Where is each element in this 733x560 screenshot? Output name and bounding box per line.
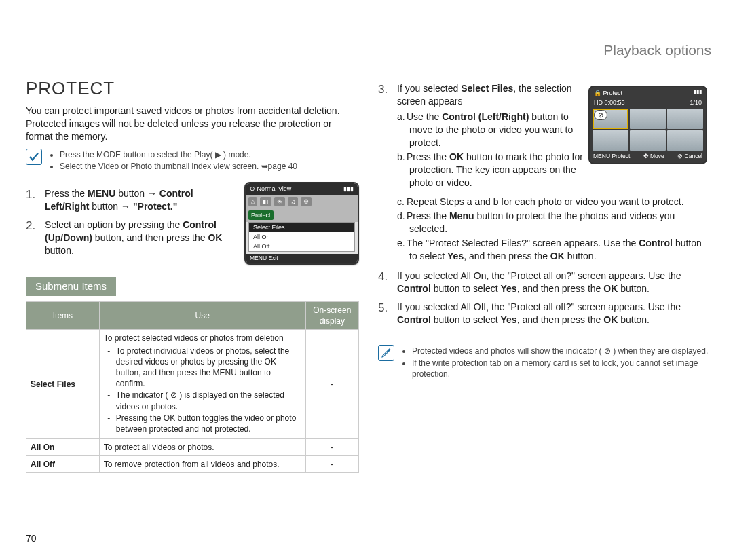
bullet: The indicator ( ⊘ ) is displayed on the … xyxy=(115,390,301,411)
substep-c: c.Repeat Steps a and b for each photo or… xyxy=(397,195,711,208)
t: button. xyxy=(45,245,74,256)
t: Press the xyxy=(45,188,88,199)
substep-e: e.The "Protect Selected Files?" screen a… xyxy=(397,237,711,263)
t: OK xyxy=(208,232,222,243)
t: Select an option by pressing the xyxy=(45,219,183,230)
submenu-table: Items Use On-screen display Select Files… xyxy=(26,301,359,473)
cell-use: To protect selected videos or photos fro… xyxy=(99,330,305,439)
bullet: To protect individual videos or photos, … xyxy=(115,346,301,390)
thumb xyxy=(630,130,666,151)
step-5: 5. If you selected All Off, the "Protect… xyxy=(378,301,711,326)
thumb-selected: ⊘ xyxy=(593,109,628,129)
lcd2-f3: ⊘ Cancel xyxy=(677,153,702,160)
t: MENU xyxy=(88,188,115,199)
lcd-protect-thumbnails: 🔒 Protect ▮▮▮ HD 0:00:55 1/10 ⊘ MENU Pro… xyxy=(588,86,707,164)
lcd1-m2: All On xyxy=(249,232,354,242)
lcd1-footer: MENU Exit xyxy=(246,254,358,263)
lcd1-tab: Protect xyxy=(248,210,274,220)
step-number: 5. xyxy=(378,301,390,326)
lcd2-f2: ✥ Move xyxy=(643,153,664,160)
t: button. xyxy=(618,314,650,325)
t: button, and then press the xyxy=(92,232,208,243)
lcd2-grid: ⊘ xyxy=(591,107,704,152)
t: "Protect." xyxy=(133,201,177,212)
cell-use: To remove protection from all videos and… xyxy=(99,456,305,473)
page-title: PROTECT xyxy=(26,77,359,100)
t: If you selected All On, the "Protect all… xyxy=(397,270,681,281)
substep-b: b.Press the OK button to mark the photo … xyxy=(397,151,586,189)
steps-1-2-row: 1. Press the MENU button → Control Left/… xyxy=(26,182,359,264)
header-title: Playback options xyxy=(603,42,711,58)
page: Playback options 🔒 Protect ▮▮▮ HD 0:00:5… xyxy=(0,0,733,560)
lcd2-title: 🔒 Protect xyxy=(594,89,622,97)
step-2: 2. Select an option by pressing the Cont… xyxy=(26,219,238,257)
t: OK xyxy=(603,283,618,294)
step-number: 2. xyxy=(26,219,38,257)
cell-display: - xyxy=(305,456,358,473)
substep-a: a.Use the Control (Left/Right) button to… xyxy=(397,111,586,149)
table-row: All On To protect all videos or photos. … xyxy=(26,439,359,456)
lcd1-m1: Select Files xyxy=(249,223,354,232)
info-note: Protected videos and photos will show th… xyxy=(378,345,711,380)
t: , and then press the xyxy=(517,314,604,325)
t: Yes xyxy=(501,283,517,294)
intro-text: You can protect important saved videos o… xyxy=(26,105,359,143)
thumb xyxy=(630,109,666,129)
left-column: PROTECT You can protect important saved … xyxy=(26,77,359,473)
pencil-icon xyxy=(378,345,394,361)
check-icon xyxy=(26,149,42,165)
lcd2-time: HD 0:00:55 xyxy=(594,98,625,107)
step-number: 1. xyxy=(26,187,38,213)
lcd-menu: ⊙ Normal View▮▮▮ ⌂◧☀♫⚙ Protect Select Fi… xyxy=(244,182,359,264)
table-row: All Off To remove protection from all vi… xyxy=(26,456,359,473)
cell-display: - xyxy=(305,330,358,439)
t: If you selected All Off, the "Protect al… xyxy=(397,301,681,312)
t: Control xyxy=(397,283,431,294)
lcd2-count: 1/10 xyxy=(690,98,702,107)
pre-note-item: Select the Video or Photo thumbnail inde… xyxy=(60,161,297,172)
t: Yes xyxy=(501,314,517,325)
t: button to select xyxy=(431,283,501,294)
t: Select Files xyxy=(461,83,513,94)
th-items: Items xyxy=(26,302,100,330)
step-number: 3. xyxy=(378,82,390,190)
t: To protect selected videos or photos fro… xyxy=(104,333,284,343)
t: OK xyxy=(603,314,618,325)
bullet: Pressing the OK button toggles the video… xyxy=(115,413,301,434)
th-display: On-screen display xyxy=(305,302,358,330)
step-3-cont: c.Repeat Steps a and b for each photo or… xyxy=(378,193,711,263)
thumb xyxy=(667,130,703,151)
step-1: 1. Press the MENU button → Control Left/… xyxy=(26,187,238,213)
table-row: Select Files To protect selected videos … xyxy=(26,330,359,439)
thumb xyxy=(593,130,628,151)
cell-item: All Off xyxy=(31,460,55,469)
info-note-list: Protected videos and photos will show th… xyxy=(401,345,711,380)
section-header: Playback options xyxy=(26,41,711,64)
info-note-item: If the write protection tab on a memory … xyxy=(412,358,711,379)
submenu-heading: Submenu Items xyxy=(26,277,116,296)
page-number: 70 xyxy=(26,532,37,545)
lcd1-m3: All Off xyxy=(249,242,354,251)
step-4: 4. If you selected All On, the "Protect … xyxy=(378,269,711,295)
pre-note-item: Press the MODE button to select the Play… xyxy=(60,149,297,160)
substep-d: d.Press the Menu button to protect the t… xyxy=(397,210,711,236)
cell-item: All On xyxy=(31,443,54,452)
t: , and then press the xyxy=(517,283,604,294)
cell-item: Select Files xyxy=(31,379,75,389)
t: Control xyxy=(397,314,431,325)
pre-note-list: Press the MODE button to select the Play… xyxy=(49,149,297,172)
pre-note: Press the MODE button to select the Play… xyxy=(26,149,359,172)
th-use: Use xyxy=(99,302,305,330)
cell-display: - xyxy=(305,439,358,456)
cell-use: To protect all videos or photos. xyxy=(99,439,305,456)
t: If you selected xyxy=(397,83,461,94)
step-number: 4. xyxy=(378,269,390,295)
t: button → xyxy=(115,188,159,199)
t: button to select xyxy=(431,314,501,325)
info-note-item: Protected videos and photos will show th… xyxy=(412,346,711,356)
thumb xyxy=(667,109,703,129)
lcd1-title: Normal View xyxy=(257,185,292,192)
t: button → xyxy=(89,201,133,212)
t: button. xyxy=(618,283,650,294)
lcd2-f1: MENU Protect xyxy=(593,153,630,160)
